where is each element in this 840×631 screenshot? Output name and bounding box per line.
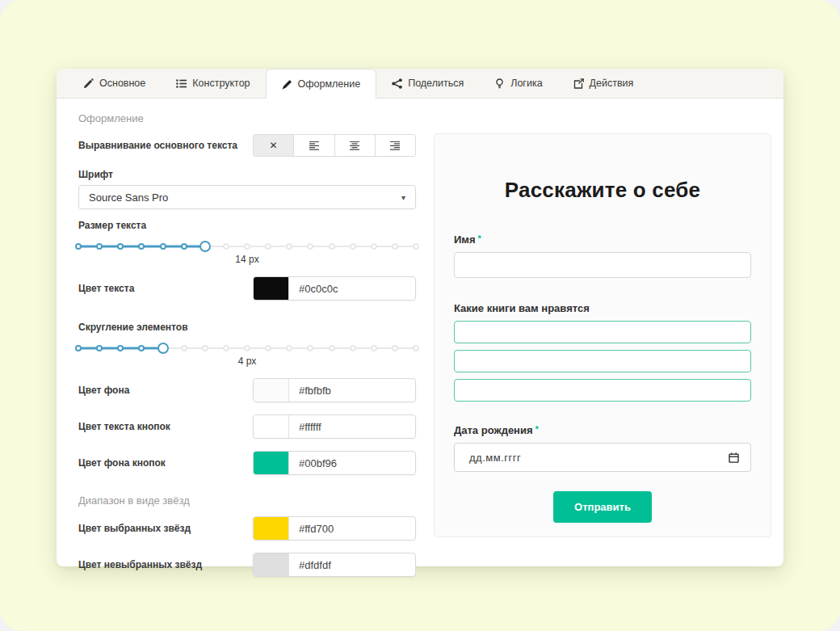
tab-main[interactable]: Основное [68,69,161,98]
button-text-color-setting: Цвет текста кнопок #ffffff [78,414,416,439]
text-color-setting: Цвет текста #0c0c0c [78,276,416,301]
tab-logic[interactable]: Логика [479,69,557,98]
star-selected-color-label: Цвет выбранных звёзд [78,523,253,534]
slider-dot [223,243,229,250]
text-color-swatch[interactable] [254,277,289,300]
align-center-button[interactable] [335,135,376,156]
text-size-label: Размер текста [78,220,416,231]
alignment-setting: Выравнивание основного текста ✕ [78,134,416,157]
slider-dot [223,345,229,351]
pen-icon [282,79,292,90]
radius-value: 4 px [78,355,416,367]
form-preview-panel: Расскажите о себе Имя* Какие книги вам н… [434,133,771,537]
font-label: Шрифт [78,169,416,180]
clear-icon: ✕ [270,140,278,151]
bg-color-field[interactable]: #fbfbfb [253,378,416,402]
chevron-down-icon: ▾ [401,193,405,202]
button-text-color-swatch[interactable] [254,415,289,438]
share-icon [392,78,402,89]
button-bg-color-field[interactable]: #00bf96 [253,451,416,475]
bg-color-hex[interactable]: #fbfbfb [289,379,331,402]
birthdate-input[interactable]: дд.мм.гггг [454,443,751,472]
align-left-button[interactable] [294,135,334,156]
pencil-icon [83,78,94,89]
tab-actions[interactable]: Действия [558,69,649,98]
bg-color-label: Цвет фона [78,385,253,396]
slider-dot [350,345,356,351]
button-text-color-field[interactable]: #ffffff [253,414,416,439]
slider-dot [138,243,145,250]
form-title: Расскажите о себе [454,178,751,203]
slider-dot [307,243,313,250]
align-none-button[interactable]: ✕ [254,135,294,156]
star-unselected-color-setting: Цвет невыбранных звёзд #dfdfdf [78,553,416,577]
name-input[interactable] [454,252,751,278]
slider-dot [286,243,292,250]
text-color-hex[interactable]: #0c0c0c [289,277,338,300]
bg-color-swatch[interactable] [254,379,289,402]
submit-wrap: Отправить [454,491,751,523]
book-input-2[interactable] [454,350,751,372]
radius-slider[interactable] [78,343,416,354]
name-field-label: Имя* [454,233,751,246]
book-input-3[interactable] [454,379,751,402]
button-bg-color-label: Цвет фона кнопок [78,457,253,469]
star-selected-color-hex[interactable]: #ffd700 [289,517,334,540]
date-placeholder: дд.мм.гггг [469,452,521,464]
form-builder-card: Основное Конструктор Оформление [57,69,783,566]
slider-dot [265,345,271,351]
align-right-button[interactable] [376,135,415,156]
tab-design[interactable]: Оформление [266,69,377,99]
slider-dot [413,345,419,351]
star-unselected-color-field[interactable]: #dfdfdf [253,553,416,577]
button-bg-color-hex[interactable]: #00bf96 [289,452,337,474]
slider-dot [286,345,292,351]
star-unselected-color-swatch[interactable] [254,553,289,576]
stars-section-title: Диапазон в виде звёзд [78,494,416,507]
tab-share[interactable]: Поделиться [376,69,479,98]
slider-dot [75,345,82,351]
slider-dot [371,243,377,250]
radius-label: Скругление элементов [78,322,416,333]
submit-button[interactable]: Отправить [553,491,652,523]
text-size-value: 14 px [78,254,416,265]
slider-dot [75,243,82,250]
slider-dot [244,243,250,250]
calendar-icon[interactable] [729,452,739,463]
text-color-field[interactable]: #0c0c0c [253,276,416,301]
slider-dot [371,345,377,351]
alignment-button-group: ✕ [253,134,416,157]
export-icon [573,78,584,89]
star-unselected-color-label: Цвет невыбранных звёзд [78,559,253,570]
slider-dot [160,243,166,250]
slider-handle[interactable] [200,241,211,252]
slider-dot [307,345,313,351]
tab-label: Поделиться [408,78,464,89]
book-input-1[interactable] [454,321,751,343]
section-title: Оформление [78,112,416,124]
list-icon [176,78,187,89]
slider-dot [392,243,398,250]
slider-dot [202,345,208,351]
font-select[interactable]: Source Sans Pro ▾ [78,185,416,209]
slider-dot [117,243,124,250]
tab-label: Основное [99,78,145,89]
slider-dot [181,345,187,351]
text-size-slider[interactable] [78,241,416,252]
slider-dot [181,243,187,250]
button-bg-color-setting: Цвет фона кнопок #00bf96 [78,451,416,475]
star-selected-color-swatch[interactable] [254,517,289,540]
design-settings-panel: Оформление Выравнивание основного текста… [78,99,416,577]
bg-color-setting: Цвет фона #fbfbfb [78,378,416,402]
button-text-color-label: Цвет текста кнопок [78,421,253,432]
slider-dot [265,243,271,250]
tab-constructor[interactable]: Конструктор [161,69,265,98]
star-unselected-color-hex[interactable]: #dfdfdf [289,553,331,576]
tab-bar: Основное Конструктор Оформление [57,69,783,99]
font-select-value: Source Sans Pro [89,191,168,204]
slider-handle[interactable] [158,343,169,354]
alignment-label: Выравнивание основного текста [78,140,253,151]
button-bg-color-swatch[interactable] [254,452,289,474]
star-selected-color-field[interactable]: #ffd700 [253,516,416,541]
button-text-color-hex[interactable]: #ffffff [289,415,321,438]
